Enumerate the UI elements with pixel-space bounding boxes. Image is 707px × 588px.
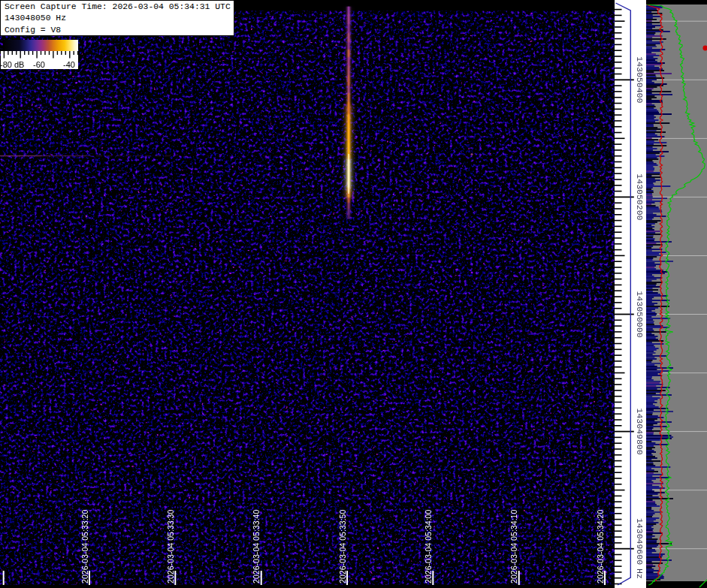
svg-text:2026-03-04 05:34:20: 2026-03-04 05:34:20	[596, 510, 605, 583]
svg-text:2026-03-04 05:33:20: 2026-03-04 05:33:20	[80, 510, 89, 583]
svg-text:-60: -60	[33, 60, 45, 69]
svg-text:143049800: 143049800	[635, 409, 645, 455]
svg-text:-80 dB: -80 dB	[0, 60, 24, 69]
svg-text:143050000: 143050000	[635, 291, 645, 337]
svg-text:-40: -40	[63, 60, 75, 69]
svg-text:2026-03-04 05:34:10: 2026-03-04 05:34:10	[509, 510, 518, 583]
svg-text:143050200: 143050200	[635, 173, 645, 220]
svg-text:2026-03-04 05:33:40: 2026-03-04 05:33:40	[252, 510, 261, 583]
svg-text:143050400: 143050400	[635, 56, 645, 103]
svg-text:2026-03-04 05:33:30: 2026-03-04 05:33:30	[166, 510, 175, 583]
svg-text:2026-03-04 05:33:50: 2026-03-04 05:33:50	[338, 510, 347, 583]
svg-text:143049600: 143049600	[635, 518, 645, 565]
svg-text:Hz: Hz	[635, 568, 645, 579]
svg-text:2026-03-04 05:34:00: 2026-03-04 05:34:00	[424, 510, 433, 583]
